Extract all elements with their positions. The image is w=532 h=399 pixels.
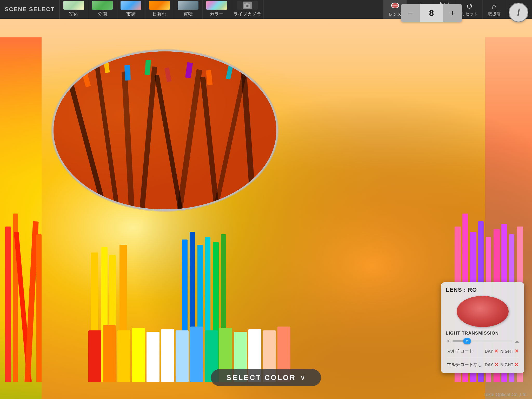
- scene-tabs: 室内 公園 市街 日暮れ 運転 カラー: [60, 0, 383, 19]
- select-color-label: SELECT COLOR: [227, 374, 296, 382]
- table-row: マルチコート DAY ✕ NIGHT ✕: [446, 347, 520, 355]
- tab-color[interactable]: カラー: [203, 0, 231, 19]
- camera-icon: [243, 2, 252, 9]
- multi-coat-day: DAY ✕: [484, 347, 499, 355]
- tab-live[interactable]: ライブカメラ: [231, 0, 264, 19]
- svg-rect-3: [246, 3, 248, 4]
- thumb-drive: [178, 1, 198, 10]
- svg-rect-64: [124, 65, 131, 81]
- tab-park-label: 公園: [98, 11, 107, 17]
- lens-panel-lt-title: LIGHT TRANSMISSION: [446, 331, 520, 336]
- nc-night-x: ✕: [515, 362, 518, 367]
- tab-city[interactable]: 市街: [117, 0, 145, 19]
- tab-sunset-label: 日暮れ: [152, 11, 167, 17]
- mc-day-label: DAY: [485, 349, 493, 354]
- slider-thumb: 2: [463, 338, 471, 344]
- tab-drive[interactable]: 運転: [174, 0, 203, 19]
- sun-icon: ☀: [446, 338, 450, 344]
- tab-live-label: ライブカメラ: [233, 11, 261, 17]
- mc-day-x: ✕: [494, 349, 498, 354]
- reset-icon: ↺: [466, 2, 473, 11]
- lens-panel-title: LENS : RO: [446, 287, 520, 293]
- thumb-sunset: [149, 1, 170, 10]
- lens-panel-table: マルチコート DAY ✕ NIGHT ✕ マルチコートなし DAY ✕: [446, 347, 520, 369]
- thumb-color: [206, 1, 227, 10]
- select-color-bar[interactable]: SELECT COLOR ∨: [211, 369, 321, 386]
- lens-icon: [390, 2, 400, 11]
- tab-indoor-label: 室内: [69, 11, 78, 17]
- counter-widget: − 8 +: [401, 4, 462, 22]
- tab-park[interactable]: 公園: [88, 0, 117, 19]
- lens-oval: [52, 50, 278, 211]
- counter-value: 8: [420, 4, 443, 22]
- tab-sunset[interactable]: 日暮れ: [145, 0, 174, 19]
- tool-shop-label: 取扱店: [488, 11, 501, 17]
- svg-point-2: [247, 5, 248, 7]
- main-scene: SELECT COLOR ∨ LENS : RO LIGHT TRANSMISS…: [0, 19, 532, 399]
- lens-info-panel: LENS : RO LIGHT TRANSMISSION ☀ 2 ☁ マルチコー…: [441, 282, 524, 373]
- nc-day-x: ✕: [494, 362, 498, 367]
- lens-inner-scene: [54, 51, 276, 209]
- tab-city-label: 市街: [126, 11, 136, 17]
- footer: Tokai Optical Co.,Ltd.: [479, 390, 532, 399]
- tool-reset-label: リセット: [461, 11, 478, 17]
- tool-shop[interactable]: ⌂ 取扱店: [482, 0, 506, 19]
- multi-coat-night: NIGHT ✕: [499, 347, 520, 355]
- lens-oval-container: [52, 50, 278, 211]
- no-coat-day: DAY ✕: [484, 360, 499, 369]
- table-row: マルチコートなし DAY ✕ NIGHT ✕: [446, 360, 520, 369]
- shop-icon: ⌂: [492, 2, 496, 11]
- no-coat-night: NIGHT ✕: [499, 360, 520, 369]
- thumb-indoor: [63, 1, 84, 10]
- no-coat-label: マルチコートなし: [446, 360, 484, 369]
- select-color-chevron: ∨: [300, 373, 305, 382]
- mc-night-x: ✕: [515, 349, 518, 354]
- light-transmission-slider[interactable]: 2: [453, 340, 512, 342]
- nc-night-label: NIGHT: [500, 363, 513, 367]
- mc-night-label: NIGHT: [500, 349, 513, 354]
- nc-day-label: DAY: [485, 363, 493, 367]
- tab-color-label: カラー: [210, 11, 224, 17]
- slider-fill: [453, 340, 464, 342]
- tab-drive-label: 運転: [183, 11, 193, 17]
- svg-rect-70: [245, 60, 251, 76]
- scene-select-label: SCENE SELECT: [0, 0, 60, 19]
- thumb-city: [121, 1, 141, 10]
- thumb-live: [237, 1, 258, 10]
- info-button[interactable]: i: [509, 3, 528, 22]
- thumb-park: [92, 1, 113, 10]
- counter-minus-button[interactable]: −: [401, 4, 420, 22]
- lens-panel-oval: [457, 296, 509, 327]
- tab-indoor[interactable]: 室内: [60, 0, 88, 19]
- counter-plus-button[interactable]: +: [443, 4, 462, 22]
- cloud-icon: ☁: [514, 338, 520, 344]
- lens-slider-row: ☀ 2 ☁: [446, 338, 520, 344]
- tool-lens-label: レンズ: [389, 12, 401, 17]
- multi-coat-label: マルチコート: [446, 347, 484, 355]
